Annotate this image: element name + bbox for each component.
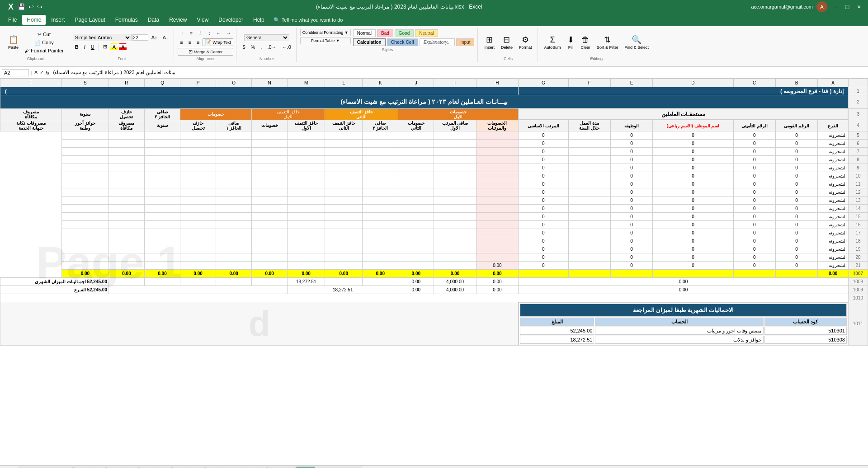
col-header-I[interactable]: I [434, 79, 476, 87]
format-button[interactable]: ⚙ Format [516, 33, 535, 51]
style-calculation[interactable]: Calculation [353, 38, 386, 46]
italic-button[interactable]: I [82, 43, 88, 51]
autosum-button[interactable]: Σ AutoSum [542, 33, 564, 51]
align-right-button[interactable]: ≡ [194, 38, 202, 46]
style-normal[interactable]: Normal [353, 29, 376, 37]
formula-input[interactable]: بيانات العامليين لعام 2023 ( مراعاة التر… [51, 70, 866, 75]
insert-function-icon[interactable]: fx [46, 70, 50, 75]
accounting-button[interactable]: $ [240, 43, 247, 51]
avatar[interactable]: A [816, 1, 827, 12]
col-header-L[interactable]: L [325, 79, 363, 87]
tab-tax[interactable]: الضريبة المستحقة [316, 467, 362, 468]
data-row-12[interactable]: 12 الشحرونه 0 0 0 0 0 [0, 188, 868, 197]
col-header-K[interactable]: K [363, 79, 398, 87]
fill-button[interactable]: ⬇ Fill [565, 33, 577, 51]
review-row-2-code[interactable]: 510308 [764, 336, 847, 344]
review-row-1-code[interactable]: 510301 [764, 327, 847, 335]
style-bad[interactable]: Bad [377, 29, 393, 37]
data-row-15[interactable]: 15 الشحرونه 0 0 0 0 0 [0, 213, 868, 221]
data-row-5[interactable]: 5 الشحرونه 0 0 0 0 0 [0, 131, 868, 140]
menu-view[interactable]: View [193, 15, 213, 25]
col-header-Q[interactable]: Q [145, 79, 180, 87]
paste-button[interactable]: 📋 Paste [5, 33, 21, 51]
align-middle-button[interactable]: ≡ [188, 29, 195, 37]
col-header-T[interactable]: T [0, 79, 62, 87]
data-row-14[interactable]: 14 الشحرونه 0 0 0 0 0 [0, 205, 868, 213]
review-row-2-amount[interactable]: 18,272.51 [520, 336, 594, 344]
clear-button[interactable]: 🗑 Clear [578, 33, 594, 51]
quick-access-toolbar[interactable]: X 💾 ↩ ↪ [5, 1, 47, 13]
data-row-13[interactable]: 13 الشحرونه 0 0 0 0 0 [0, 197, 868, 205]
find-select-button[interactable]: 🔍 Find & Select [622, 33, 652, 51]
col-header-P[interactable]: P [180, 79, 216, 87]
percent-button[interactable]: % [249, 43, 258, 51]
data-row-19[interactable]: 19 الشحرونه 0 0 0 0 0 [0, 245, 868, 253]
maximize-button[interactable]: □ [843, 2, 852, 11]
data-row-18[interactable]: 18 الشحرونه 0 0 0 0 0 [0, 237, 868, 245]
spreadsheet-wrapper[interactable]: Page 1 A B C D E F G H [0, 79, 868, 465]
menu-formulas[interactable]: Formulas [111, 15, 142, 25]
style-neutral[interactable]: Neutral [415, 29, 438, 37]
data-row-20[interactable]: 20 الشحرونه 0 0 0 0 0 [0, 253, 868, 262]
menu-insert[interactable]: Insert [47, 15, 69, 25]
col-header-R[interactable]: R [108, 79, 144, 87]
col-header-O[interactable]: O [216, 79, 252, 87]
merge-center-button[interactable]: ⊡ Merge & Center [178, 48, 234, 56]
number-format-select[interactable]: General [244, 34, 289, 41]
data-row-9[interactable]: 9 الشحرونه 0 0 0 0 0 [0, 164, 868, 172]
col-header-B[interactable]: B [775, 79, 817, 87]
copy-button[interactable]: 📄 Copy [22, 39, 66, 47]
tab-employee-names[interactable]: اسماء العاملين بالادارة [19, 467, 73, 468]
data-row-17[interactable]: 17 الشحرونه 0 0 0 0 0 [0, 229, 868, 237]
menu-file[interactable]: File [4, 15, 21, 25]
font-color-button[interactable]: A [119, 43, 127, 51]
cut-button[interactable]: ✂ Cut [22, 31, 66, 38]
wrap-text-button[interactable]: 📝 Wrap Text [203, 38, 233, 46]
redo-button[interactable]: ↪ [36, 2, 43, 11]
menu-review[interactable]: Review [165, 15, 191, 25]
style-explanatory[interactable]: Explanatory... [420, 38, 455, 46]
col-header-D[interactable]: D [653, 79, 733, 87]
format-table-button[interactable]: Format Table ▼ [300, 37, 351, 44]
menu-help[interactable]: Help [249, 15, 269, 25]
decrease-decimal-button[interactable]: ←.0 [280, 43, 293, 51]
delete-button[interactable]: ⊟ Delete [498, 33, 515, 51]
indent-button[interactable]: ← [213, 29, 223, 37]
data-row-6[interactable]: 6 الشحرونه 0 0 0 0 0 [0, 140, 868, 148]
col-header-S[interactable]: S [61, 79, 108, 87]
menu-page-layout[interactable]: Page Layout [70, 15, 109, 25]
align-bottom-button[interactable]: ⊥ [196, 29, 205, 37]
col-header-H[interactable]: H [476, 79, 518, 87]
confirm-formula-icon[interactable]: ✓ [40, 70, 44, 75]
format-painter-button[interactable]: 🖌 Format Painter [22, 47, 66, 54]
menu-home[interactable]: Home [22, 15, 46, 25]
insert-button[interactable]: ⊞ Insert [481, 33, 497, 51]
border-button[interactable]: ⊞ [101, 43, 109, 51]
dedent-button[interactable]: → [224, 29, 233, 37]
increase-decimal-button[interactable]: .0→ [265, 43, 278, 51]
col-header-E[interactable]: E [610, 79, 652, 87]
review-row-2-account[interactable]: حوافز و بدلات [595, 336, 764, 344]
font-size-input[interactable] [132, 34, 148, 41]
bold-button[interactable]: B [73, 43, 81, 51]
undo-button[interactable]: ↩ [28, 2, 35, 11]
tab-12-active[interactable]: (12) [296, 467, 315, 468]
text-direction-button[interactable]: ↕ [206, 29, 213, 37]
sort-filter-button[interactable]: ⇅ Sort & Filter [594, 33, 621, 51]
increase-font-button[interactable]: A↑ [149, 34, 160, 41]
review-row-1-amount[interactable]: 52,245.00 [520, 327, 594, 335]
underline-button[interactable]: U [89, 43, 97, 51]
save-button[interactable]: 💾 [17, 2, 26, 11]
col-header-C[interactable]: C [733, 79, 775, 87]
data-row-11[interactable]: 11 الشحرونه 0 0 0 0 0 [0, 180, 868, 188]
menu-data[interactable]: Data [143, 15, 164, 25]
data-row-21[interactable]: 21 الشحرونه 0 0 0 0 0 0.00 [0, 262, 868, 270]
search-bar[interactable]: 🔍 Tell me what you want to do [274, 17, 343, 23]
total-row[interactable]: 1007 0.00 0.00 0.00 0.00 0.00 0.00 0.0 [0, 270, 868, 278]
cancel-formula-icon[interactable]: ✕ [34, 70, 38, 75]
menu-developer[interactable]: Developer [214, 15, 248, 25]
style-good[interactable]: Good [395, 29, 414, 37]
style-input[interactable]: Input [456, 38, 474, 46]
data-row-10[interactable]: 10 الشحرونه 0 0 0 0 0 [0, 172, 868, 180]
align-center-button[interactable]: ≡ [186, 38, 193, 46]
